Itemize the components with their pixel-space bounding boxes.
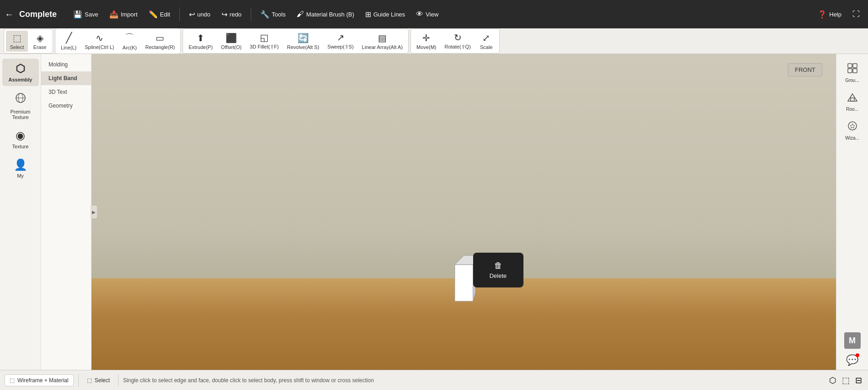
sidebar-item-texture[interactable]: ◉ Texture [2, 125, 39, 153]
redo-button[interactable]: ↪ redo [218, 8, 245, 21]
select-tool[interactable]: ⬚ Select [6, 31, 28, 52]
move-icon: ✛ [422, 32, 430, 43]
wireframe-mode-icon: ⬚ [10, 377, 15, 384]
right-item-wizard[interactable]: Wiza... [838, 116, 867, 144]
topbar-separator [179, 7, 180, 21]
line-icon: ╱ [66, 32, 72, 44]
select-icon: ⬚ [13, 32, 22, 43]
help-button[interactable]: ❓ Help [814, 8, 845, 21]
toolbar: ⬚ Select ◈ Erase ╱ Line(L) ∿ Spline(Ctrl… [0, 28, 868, 54]
erase-tool[interactable]: ◈ Erase [29, 31, 51, 52]
sweep-icon: ↗ [337, 32, 345, 43]
offset-icon: ⬛ [226, 32, 237, 43]
save-button[interactable]: 💾 Save [70, 8, 102, 21]
redo-icon: ↪ [221, 10, 227, 19]
right-item-group[interactable]: Grou... [838, 59, 867, 87]
molding-item-geometry[interactable]: Geometry [41, 99, 91, 113]
viewport[interactable]: FRONT 🗑 Delete [92, 54, 836, 370]
scale-tool[interactable]: ⤢ Scale [475, 31, 497, 52]
rotate-icon: ↻ [454, 32, 462, 43]
tools-button[interactable]: 🔧 Tools [257, 8, 289, 21]
move-tool[interactable]: ✛ Move(M) [413, 31, 440, 52]
app-title: Complete [19, 10, 57, 19]
svg-rect-7 [853, 64, 857, 68]
material-brush-button[interactable]: 🖌 Material Brush (B) [293, 8, 358, 21]
tools-icon: 🔧 [260, 10, 270, 19]
sidebar-item-premium-texture[interactable]: Premium Texture [2, 88, 39, 124]
bottom-icon-2d[interactable]: ⬚ [841, 374, 851, 387]
erase-icon: ◈ [37, 32, 43, 43]
view-icon: 👁 [416, 10, 423, 18]
assembly-icon: ⬡ [16, 62, 25, 75]
help-icon: ❓ [818, 10, 827, 19]
group-icon [846, 62, 858, 76]
bottom-separator [78, 374, 79, 387]
svg-rect-9 [853, 69, 857, 73]
transform-group: ✛ Move(M) ↻ Rotate(⇧Q) ⤢ Scale [410, 28, 500, 54]
edit-button[interactable]: ✏️ Edit [145, 8, 174, 21]
delete-icon: 🗑 [494, 261, 502, 271]
guide-lines-icon: ⊞ [365, 10, 371, 19]
molding-item-light-band[interactable]: Light Band [41, 71, 91, 85]
draw-group: ╱ Line(L) ∿ Spline(Ctrl L) ⌒ Arc(K) ▭ Re… [55, 28, 181, 54]
import-button[interactable]: 📥 Import [106, 8, 141, 21]
svg-rect-6 [848, 64, 852, 68]
revolve-tool[interactable]: 🔄 Revolve(Alt S) [283, 31, 323, 52]
spline-icon: ∿ [96, 32, 103, 43]
chat-button[interactable]: 💬 [846, 354, 858, 366]
svg-rect-10 [851, 98, 854, 101]
svg-marker-4 [455, 255, 475, 265]
bottom-select-icon: ⬚ [87, 377, 92, 384]
topbar: ← Complete 💾 Save 📥 Import ✏️ Edit ↩ und… [0, 0, 868, 28]
select-erase-group: ⬚ Select ◈ Erase [4, 29, 53, 54]
bottom-separator-2 [118, 374, 119, 387]
import-icon: 📥 [109, 10, 119, 19]
chat-notification-dot [856, 353, 859, 357]
molding-item-3d-text[interactable]: 3D Text [41, 85, 91, 99]
line-tool[interactable]: ╱ Line(L) [57, 30, 80, 52]
texture-icon: ◉ [16, 129, 25, 142]
wireframe-mode-button[interactable]: ⬚ Wireframe + Material [5, 374, 74, 386]
viewport-front-label: FRONT [788, 63, 822, 76]
main-area: ⬡ Assembly Premium Texture ◉ Texture 👤 M… [0, 54, 868, 370]
molding-item-molding[interactable]: Molding [41, 58, 91, 71]
linear-array-icon: ▤ [378, 32, 387, 43]
guide-lines-button[interactable]: ⊞ Guide Lines [361, 8, 409, 21]
sweep-tool[interactable]: ↗ Sweep(⇧S) [324, 30, 357, 52]
topbar-right: ❓ Help ⛶ [814, 8, 863, 21]
bottombar: ⬚ Wireframe + Material ⬚ Select Single c… [0, 370, 868, 390]
fullscreen-button[interactable]: ⛶ [849, 8, 863, 21]
sidebar-item-my[interactable]: 👤 My [2, 155, 39, 182]
view-button[interactable]: 👁 View [412, 8, 442, 21]
right-item-room[interactable]: Roo... [838, 87, 867, 115]
room-icon [846, 91, 858, 105]
back-button[interactable]: ← [5, 9, 14, 20]
svg-rect-8 [848, 69, 852, 73]
delete-menu-item[interactable]: 🗑 Delete [473, 256, 523, 284]
spline-tool[interactable]: ∿ Spline(Ctrl L) [81, 31, 118, 52]
extrude-tool[interactable]: ⬆ Extrude(P) [185, 31, 216, 52]
bottom-right-icons: ⬡ ⬚ ⊟ [828, 374, 863, 387]
fillet3d-tool[interactable]: ◱ 3D Fillet(⇧F) [246, 30, 282, 52]
undo-button[interactable]: ↩ undo [185, 8, 214, 21]
sidebar-item-assembly[interactable]: ⬡ Assembly [2, 59, 39, 86]
bottom-icon-layout[interactable]: ⊟ [854, 374, 863, 387]
offset-tool[interactable]: ⬛ Offset(O) [217, 31, 245, 52]
linear-array-tool[interactable]: ▤ Linear Array(Alt A) [358, 31, 406, 52]
edit-icon: ✏️ [149, 10, 158, 19]
sidebar: ⬡ Assembly Premium Texture ◉ Texture 👤 M… [0, 54, 41, 370]
bottom-select-button[interactable]: ⬚ Select [83, 375, 113, 386]
arc-icon: ⌒ [125, 32, 134, 44]
sidebar-collapse-arrow[interactable]: ▶ [91, 206, 97, 218]
status-hint: Single click to select edge and face, do… [123, 377, 823, 384]
revolve-icon: 🔄 [297, 32, 309, 43]
rectangle-tool[interactable]: ▭ Rectangle(R) [141, 31, 178, 52]
svg-marker-3 [455, 265, 473, 301]
bottom-icon-3d[interactable]: ⬡ [828, 374, 838, 387]
rotate-tool[interactable]: ↻ Rotate(⇧Q) [441, 30, 474, 52]
m-badge: M [844, 332, 861, 349]
svg-point-11 [848, 122, 857, 130]
arc-tool[interactable]: ⌒ Arc(K) [119, 30, 140, 52]
save-icon: 💾 [73, 10, 82, 19]
topbar-separator-2 [251, 7, 251, 21]
